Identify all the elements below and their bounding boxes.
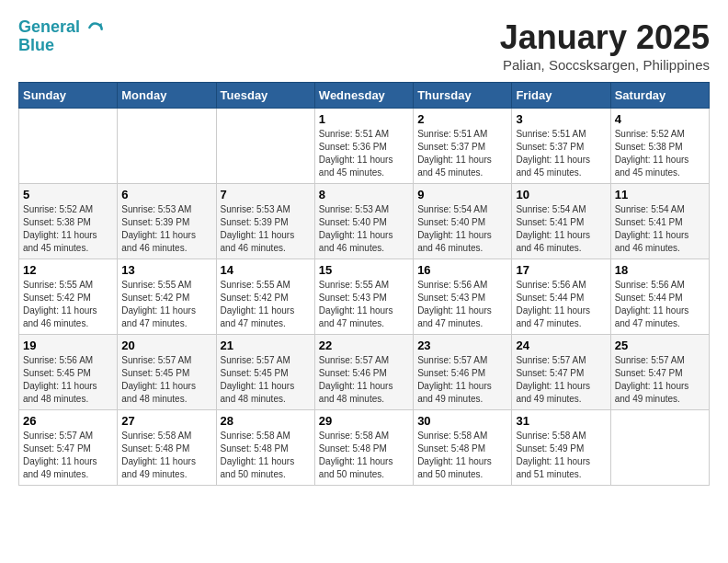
header-sunday: Sunday: [19, 83, 118, 109]
day-number: 13: [121, 263, 211, 277]
day-info: Sunrise: 5:56 AM Sunset: 5:43 PM Dayligh…: [417, 279, 507, 330]
day-number: 28: [221, 414, 311, 428]
day-info: Sunrise: 5:57 AM Sunset: 5:47 PM Dayligh…: [615, 354, 705, 406]
calendar-cell: 25Sunrise: 5:57 AM Sunset: 5:47 PM Dayli…: [610, 335, 709, 410]
day-info: Sunrise: 5:58 AM Sunset: 5:48 PM Dayligh…: [221, 430, 311, 481]
title-section: January 2025 Palian, Soccsksargen, Phili…: [500, 18, 710, 73]
calendar-cell: 18Sunrise: 5:56 AM Sunset: 5:44 PM Dayli…: [610, 259, 709, 335]
calendar-title: January 2025: [500, 18, 710, 57]
calendar-cell: 31Sunrise: 5:58 AM Sunset: 5:49 PM Dayli…: [512, 410, 610, 486]
day-info: Sunrise: 5:57 AM Sunset: 5:47 PM Dayligh…: [516, 354, 606, 406]
logo-blue: Blue: [18, 37, 105, 55]
day-info: Sunrise: 5:55 AM Sunset: 5:42 PM Dayligh…: [221, 279, 311, 330]
calendar-cell: 28Sunrise: 5:58 AM Sunset: 5:48 PM Dayli…: [216, 410, 314, 486]
calendar-header-row: SundayMondayTuesdayWednesdayThursdayFrid…: [19, 83, 710, 109]
calendar-cell: 21Sunrise: 5:57 AM Sunset: 5:45 PM Dayli…: [216, 335, 314, 410]
day-number: 18: [615, 263, 705, 277]
day-number: 26: [23, 414, 113, 428]
header: General Blue January 2025 Palian, Soccsk…: [18, 18, 710, 73]
day-number: 29: [319, 414, 409, 428]
logo-general: General: [18, 17, 80, 36]
day-info: Sunrise: 5:54 AM Sunset: 5:41 PM Dayligh…: [615, 203, 705, 255]
day-info: Sunrise: 5:52 AM Sunset: 5:38 PM Dayligh…: [615, 128, 705, 179]
header-monday: Monday: [118, 83, 216, 109]
calendar-cell: 2Sunrise: 5:51 AM Sunset: 5:37 PM Daylig…: [414, 109, 512, 184]
calendar-cell: 15Sunrise: 5:55 AM Sunset: 5:43 PM Dayli…: [314, 259, 413, 335]
day-number: 21: [221, 339, 311, 352]
day-info: Sunrise: 5:51 AM Sunset: 5:37 PM Dayligh…: [516, 128, 606, 179]
calendar-cell: 8Sunrise: 5:53 AM Sunset: 5:40 PM Daylig…: [314, 184, 413, 259]
calendar-cell: 5Sunrise: 5:52 AM Sunset: 5:38 PM Daylig…: [19, 184, 118, 259]
day-number: 22: [319, 339, 409, 352]
calendar-cell: 30Sunrise: 5:58 AM Sunset: 5:48 PM Dayli…: [414, 410, 512, 486]
day-number: 11: [615, 188, 705, 201]
header-wednesday: Wednesday: [314, 83, 413, 109]
day-number: 3: [516, 112, 606, 126]
calendar-cell: 29Sunrise: 5:58 AM Sunset: 5:48 PM Dayli…: [314, 410, 413, 486]
day-number: 14: [221, 263, 311, 277]
day-number: 17: [516, 263, 606, 277]
calendar-cell: 4Sunrise: 5:52 AM Sunset: 5:38 PM Daylig…: [610, 109, 709, 184]
day-number: 31: [516, 414, 606, 428]
calendar-cell: 27Sunrise: 5:58 AM Sunset: 5:48 PM Dayli…: [118, 410, 216, 486]
day-number: 12: [23, 263, 113, 277]
calendar-cell: 16Sunrise: 5:56 AM Sunset: 5:43 PM Dayli…: [414, 259, 512, 335]
calendar-cell: 10Sunrise: 5:54 AM Sunset: 5:41 PM Dayli…: [512, 184, 610, 259]
day-info: Sunrise: 5:56 AM Sunset: 5:44 PM Dayligh…: [516, 279, 606, 330]
day-info: Sunrise: 5:57 AM Sunset: 5:46 PM Dayligh…: [417, 354, 507, 406]
day-info: Sunrise: 5:57 AM Sunset: 5:47 PM Dayligh…: [23, 430, 113, 481]
calendar-cell: 22Sunrise: 5:57 AM Sunset: 5:46 PM Dayli…: [314, 335, 413, 410]
header-tuesday: Tuesday: [216, 83, 314, 109]
calendar-cell: 7Sunrise: 5:53 AM Sunset: 5:39 PM Daylig…: [216, 184, 314, 259]
day-info: Sunrise: 5:52 AM Sunset: 5:38 PM Dayligh…: [23, 203, 113, 255]
day-info: Sunrise: 5:55 AM Sunset: 5:42 PM Dayligh…: [121, 279, 211, 330]
header-saturday: Saturday: [610, 83, 709, 109]
day-info: Sunrise: 5:51 AM Sunset: 5:37 PM Dayligh…: [417, 128, 507, 179]
day-number: 20: [121, 339, 211, 352]
calendar-week-3: 12Sunrise: 5:55 AM Sunset: 5:42 PM Dayli…: [19, 259, 710, 335]
calendar-cell: 1Sunrise: 5:51 AM Sunset: 5:36 PM Daylig…: [314, 109, 413, 184]
calendar-cell: 13Sunrise: 5:55 AM Sunset: 5:42 PM Dayli…: [118, 259, 216, 335]
day-number: 23: [417, 339, 507, 352]
calendar-cell: [610, 410, 709, 486]
calendar-cell: 19Sunrise: 5:56 AM Sunset: 5:45 PM Dayli…: [19, 335, 118, 410]
calendar-cell: 17Sunrise: 5:56 AM Sunset: 5:44 PM Dayli…: [512, 259, 610, 335]
calendar-cell: 20Sunrise: 5:57 AM Sunset: 5:45 PM Dayli…: [118, 335, 216, 410]
day-number: 27: [121, 414, 211, 428]
header-thursday: Thursday: [414, 83, 512, 109]
day-number: 5: [23, 188, 113, 201]
day-number: 25: [615, 339, 705, 352]
calendar-cell: [19, 109, 118, 184]
day-info: Sunrise: 5:56 AM Sunset: 5:44 PM Dayligh…: [615, 279, 705, 330]
logo: General Blue: [18, 18, 105, 55]
day-number: 1: [319, 112, 409, 126]
day-info: Sunrise: 5:57 AM Sunset: 5:45 PM Dayligh…: [221, 354, 311, 406]
calendar-cell: 24Sunrise: 5:57 AM Sunset: 5:47 PM Dayli…: [512, 335, 610, 410]
day-number: 4: [615, 112, 705, 126]
day-info: Sunrise: 5:58 AM Sunset: 5:48 PM Dayligh…: [319, 430, 409, 481]
logo-icon: [86, 18, 105, 37]
day-info: Sunrise: 5:58 AM Sunset: 5:48 PM Dayligh…: [121, 430, 211, 481]
calendar-cell: [216, 109, 314, 184]
day-number: 8: [319, 188, 409, 201]
day-number: 10: [516, 188, 606, 201]
calendar-week-5: 26Sunrise: 5:57 AM Sunset: 5:47 PM Dayli…: [19, 410, 710, 486]
calendar-cell: 26Sunrise: 5:57 AM Sunset: 5:47 PM Dayli…: [19, 410, 118, 486]
day-info: Sunrise: 5:57 AM Sunset: 5:45 PM Dayligh…: [121, 354, 211, 406]
calendar-cell: 6Sunrise: 5:53 AM Sunset: 5:39 PM Daylig…: [118, 184, 216, 259]
day-info: Sunrise: 5:58 AM Sunset: 5:48 PM Dayligh…: [417, 430, 507, 481]
day-number: 2: [417, 112, 507, 126]
day-number: 9: [417, 188, 507, 201]
calendar-week-1: 1Sunrise: 5:51 AM Sunset: 5:36 PM Daylig…: [19, 109, 710, 184]
day-info: Sunrise: 5:57 AM Sunset: 5:46 PM Dayligh…: [319, 354, 409, 406]
day-info: Sunrise: 5:58 AM Sunset: 5:49 PM Dayligh…: [516, 430, 606, 481]
header-friday: Friday: [512, 83, 610, 109]
calendar-subtitle: Palian, Soccsksargen, Philippines: [500, 57, 710, 73]
day-info: Sunrise: 5:53 AM Sunset: 5:39 PM Dayligh…: [221, 203, 311, 255]
day-info: Sunrise: 5:55 AM Sunset: 5:43 PM Dayligh…: [319, 279, 409, 330]
calendar-week-2: 5Sunrise: 5:52 AM Sunset: 5:38 PM Daylig…: [19, 184, 710, 259]
calendar-cell: 12Sunrise: 5:55 AM Sunset: 5:42 PM Dayli…: [19, 259, 118, 335]
calendar-cell: 23Sunrise: 5:57 AM Sunset: 5:46 PM Dayli…: [414, 335, 512, 410]
calendar-cell: 3Sunrise: 5:51 AM Sunset: 5:37 PM Daylig…: [512, 109, 610, 184]
day-number: 16: [417, 263, 507, 277]
